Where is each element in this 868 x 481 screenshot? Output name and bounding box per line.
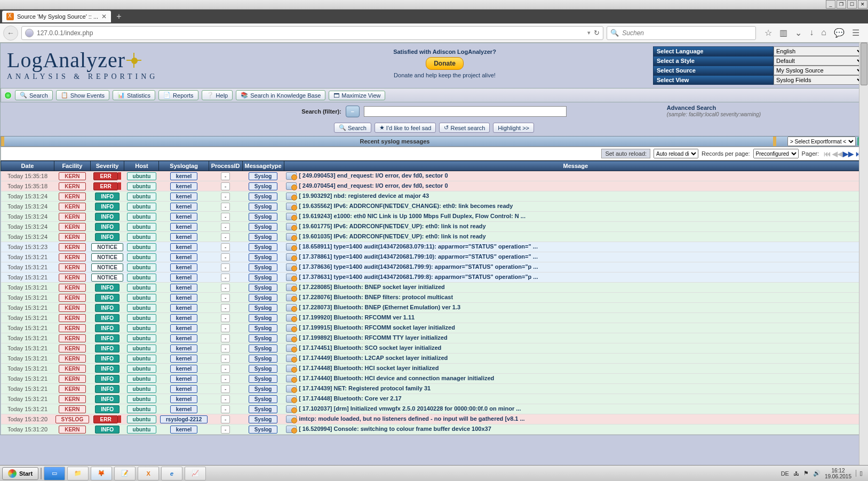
cell-messagetype[interactable]: Syslog (249, 405, 278, 413)
cell-message[interactable]: [ 17.228076] Bluetooth: BNEP filters: pr… (299, 294, 453, 300)
cell-message[interactable]: [ 17.199915] Bluetooth: RFCOMM socket la… (299, 324, 455, 331)
statistics-button[interactable]: 📊Statistics (113, 90, 155, 100)
cell-syslogtag[interactable]: kernel (170, 365, 197, 373)
pager-prev-icon[interactable]: ◀◀ (833, 149, 842, 158)
cell-messagetype[interactable]: Syslog (249, 223, 278, 231)
cell-host[interactable]: ubuntu (127, 172, 157, 180)
cell-message[interactable]: [ 19.635562] IPv6: ADDRCONF(NETDEV_CHANG… (299, 203, 513, 209)
table-row[interactable]: Today 15:31:21KERNINFOubuntukernel-Syslo… (1, 354, 867, 364)
cell-syslogtag[interactable]: kernel (170, 213, 197, 221)
cell-host[interactable]: ubuntu (127, 253, 157, 261)
pocket-icon[interactable]: ⌄ (795, 28, 802, 38)
table-row[interactable]: Today 15:31:24KERNINFOubuntukernel-Syslo… (1, 212, 867, 222)
cell-syslogtag[interactable]: kernel (170, 405, 197, 413)
cell-syslogtag[interactable]: kernel (170, 375, 197, 383)
cell-facility[interactable]: KERN (59, 253, 85, 261)
cell-host[interactable]: ubuntu (127, 203, 157, 211)
message-detail-icon[interactable] (286, 253, 297, 261)
cell-messagetype[interactable]: Syslog (249, 213, 278, 221)
col-severity[interactable]: Severity (90, 161, 124, 171)
reports-button[interactable]: 📄Reports (158, 90, 198, 100)
table-row[interactable]: Today 15:35:18KERNERRubuntukernel-Syslog… (1, 181, 867, 191)
cell-severity[interactable]: INFO (95, 284, 120, 292)
cell-severity[interactable]: INFO (95, 294, 120, 302)
cell-message[interactable]: [ 17.378861] type=1400 audit(1434720681.… (299, 253, 538, 260)
cell-messagetype[interactable]: Syslog (249, 365, 278, 373)
message-detail-icon[interactable] (286, 395, 297, 403)
message-detail-icon[interactable] (286, 182, 297, 190)
col-messagetype[interactable]: Messagetype (242, 161, 284, 171)
cell-facility[interactable]: KERN (59, 182, 85, 190)
cell-facility[interactable]: KERN (59, 385, 85, 393)
search-input[interactable] (622, 29, 752, 37)
table-row[interactable]: Today 15:31:21KERNNOTICEubuntukernel-Sys… (1, 272, 867, 283)
cell-host[interactable]: ubuntu (127, 415, 157, 423)
cell-host[interactable]: ubuntu (127, 385, 157, 393)
cell-host[interactable]: ubuntu (127, 355, 157, 363)
cell-message[interactable]: [ 17.174449] Bluetooth: L2CAP socket lay… (299, 355, 448, 361)
message-detail-icon[interactable] (286, 365, 297, 372)
cell-host[interactable]: ubuntu (127, 334, 157, 342)
pager-first-icon[interactable]: ⏮ (822, 149, 832, 158)
cell-messagetype[interactable]: Syslog (249, 203, 278, 211)
message-detail-icon[interactable] (286, 385, 297, 392)
filter-input[interactable] (364, 106, 567, 117)
table-row[interactable]: Today 15:31:21KERNINFOubuntukernel-Syslo… (1, 364, 867, 374)
message-detail-icon[interactable] (286, 233, 297, 240)
cell-facility[interactable]: KERN (59, 314, 85, 322)
show-events-button[interactable]: 📋Show Events (56, 90, 109, 100)
message-detail-icon[interactable] (286, 426, 297, 433)
feel-sad-button[interactable]: ★I'd like to feel sad (375, 123, 436, 133)
table-row[interactable]: Today 15:31:21KERNINFOubuntukernel-Syslo… (1, 303, 867, 313)
cell-syslogtag[interactable]: kernel (170, 294, 197, 302)
cell-host[interactable]: ubuntu (127, 263, 157, 271)
cell-host[interactable]: ubuntu (127, 314, 157, 322)
cell-host[interactable]: ubuntu (127, 274, 157, 282)
records-select[interactable]: Preconfigured (753, 149, 799, 158)
auto-reload-select[interactable]: Auto reload di (654, 149, 698, 158)
table-row[interactable]: Today 15:31:21KERNINFOubuntukernel-Syslo… (1, 323, 867, 333)
message-detail-icon[interactable] (286, 203, 297, 210)
cell-severity[interactable]: INFO (95, 426, 120, 434)
cell-messagetype[interactable]: Syslog (249, 344, 278, 352)
message-detail-icon[interactable] (286, 284, 297, 291)
cell-severity[interactable]: NOTICE (91, 274, 123, 282)
cell-host[interactable]: ubuntu (127, 324, 157, 332)
cell-host[interactable]: ubuntu (127, 284, 157, 292)
col-processid[interactable]: ProcessID (209, 161, 242, 171)
message-detail-icon[interactable] (286, 193, 297, 200)
cell-syslogtag[interactable]: kernel (170, 344, 197, 352)
cell-host[interactable]: ubuntu (127, 294, 157, 302)
cell-facility[interactable]: KERN (59, 395, 85, 403)
cell-syslogtag[interactable]: kernel (170, 203, 197, 211)
maximize-view-button[interactable]: 🗖Maximize View (329, 91, 385, 100)
cell-message[interactable]: imtcp: module loaded, but no listeners d… (299, 415, 525, 422)
cell-message[interactable]: [ 249.090453] end_request: I/O error, de… (299, 172, 448, 179)
cell-facility[interactable]: KERN (59, 365, 85, 373)
cell-syslogtag[interactable]: kernel (170, 182, 197, 190)
message-detail-icon[interactable] (286, 223, 297, 230)
table-row[interactable]: Today 15:31:21KERNINFOubuntukernel-Syslo… (1, 343, 867, 354)
table-row[interactable]: Today 15:31:21KERNINFOubuntukernel-Syslo… (1, 283, 867, 293)
cell-message[interactable]: [ 17.228073] Bluetooth: BNEP (Ethernet E… (299, 304, 460, 310)
col-syslogtag[interactable]: Syslogtag (159, 161, 209, 171)
close-button[interactable]: ✕ (858, 0, 867, 9)
cell-messagetype[interactable]: Syslog (249, 274, 278, 282)
config-select[interactable]: Syslog Fields (774, 75, 864, 85)
cell-host[interactable]: ubuntu (127, 375, 157, 383)
pager-next-icon[interactable]: ▶▶ (843, 149, 853, 158)
cell-host[interactable]: ubuntu (127, 193, 157, 201)
cell-host[interactable]: ubuntu (127, 304, 157, 312)
cell-severity[interactable]: INFO (95, 324, 120, 332)
minimize-button[interactable]: _ (826, 0, 835, 9)
cell-severity[interactable]: INFO (95, 314, 120, 322)
message-detail-icon[interactable] (286, 375, 297, 382)
table-row[interactable]: Today 15:31:21KERNINFOubuntukernel-Syslo… (1, 404, 867, 414)
cell-messagetype[interactable]: Syslog (249, 193, 278, 201)
cell-message[interactable]: [ 19.619243] e1000: eth0 NIC Link is Up … (299, 213, 525, 219)
message-detail-icon[interactable] (286, 314, 297, 322)
cell-severity[interactable]: INFO (95, 304, 120, 312)
table-row[interactable]: Today 15:31:24KERNINFOubuntukernel-Syslo… (1, 191, 867, 202)
cell-messagetype[interactable]: Syslog (249, 304, 278, 312)
cell-severity[interactable]: INFO (95, 365, 120, 373)
